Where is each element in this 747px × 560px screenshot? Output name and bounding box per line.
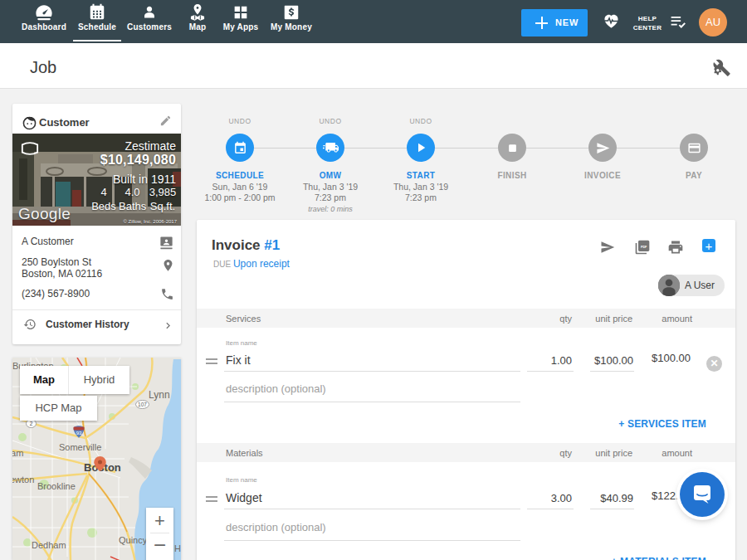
svg-text:107: 107 bbox=[138, 402, 147, 407]
svg-text:PDF: PDF bbox=[641, 246, 647, 249]
svg-text:2: 2 bbox=[30, 421, 33, 426]
svg-text:93: 93 bbox=[76, 431, 82, 436]
